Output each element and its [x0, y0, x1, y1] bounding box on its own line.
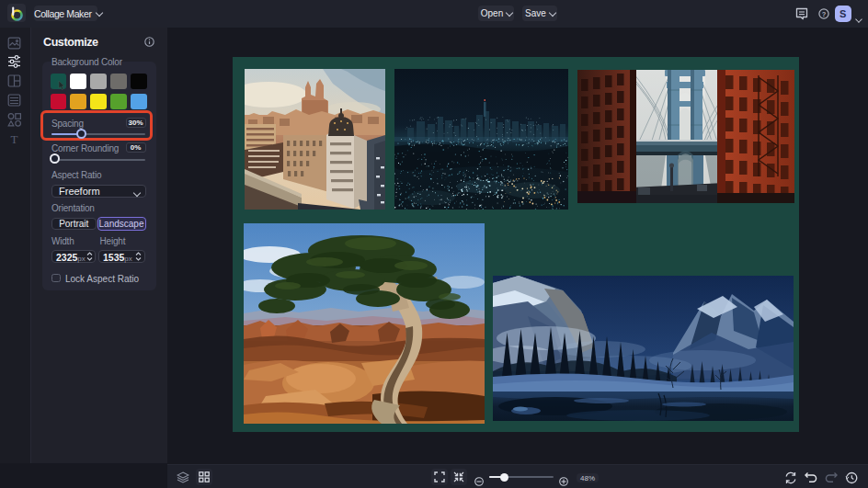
svg-text:T: T — [11, 132, 18, 146]
svg-text:?: ? — [822, 9, 827, 17]
